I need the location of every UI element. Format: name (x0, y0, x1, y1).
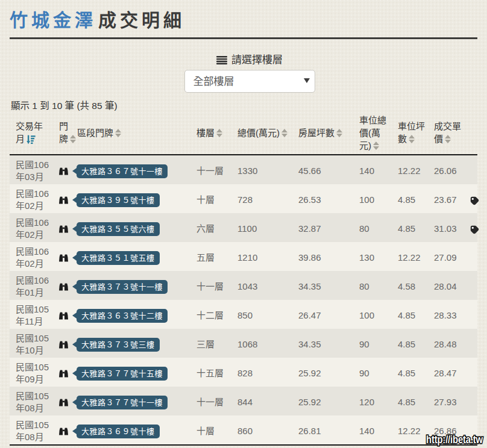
binoculars-icon[interactable] (59, 370, 68, 378)
cell-total-price: 860 (231, 415, 292, 446)
date-text: 民國106年03月 (16, 159, 50, 183)
column-header-parking-area[interactable]: 車位坪數 (392, 114, 428, 155)
badge-arrow (72, 370, 77, 376)
sort-icon (115, 129, 121, 137)
cell-parking-area: 12.22 (392, 242, 428, 271)
unit-price-text: 28.33 (434, 310, 457, 320)
cell-floor: 十一層 (190, 271, 231, 300)
cell-door (53, 329, 71, 358)
parking-price-text: 80 (359, 281, 369, 291)
column-header-address[interactable]: 區段門牌 (71, 114, 190, 155)
cell-house-area: 34.35 (292, 271, 353, 300)
address-badge-text: 大雅路３７７號十一樓 (81, 398, 163, 407)
binoculars-icon[interactable] (59, 283, 68, 291)
cell-unit-price: 26.06 (428, 155, 458, 184)
binoculars-icon[interactable] (59, 428, 68, 435)
cell-tag (458, 358, 477, 387)
cell-floor: 六層 (190, 213, 231, 242)
address-badge[interactable]: 大雅路３５５號六樓 (77, 222, 160, 236)
address-badge[interactable]: 大雅路３７３號十一樓 (77, 280, 168, 294)
address-badge[interactable]: 大雅路３９５號十樓 (77, 193, 160, 207)
total-price-text: 1210 (237, 252, 257, 263)
column-header-floor[interactable]: 樓層 (190, 114, 231, 155)
bars-icon (216, 56, 227, 64)
address-badge[interactable]: 大雅路３７３號三樓 (77, 338, 160, 352)
address-badge[interactable]: 大雅路３６３號十二樓 (77, 309, 168, 323)
house-area-text: 45.66 (298, 166, 321, 176)
watermark-text: http://ibeta.tw (426, 434, 483, 446)
cell-parking-area: 4.85 (392, 387, 428, 415)
cell-address: 大雅路３７７號十一樓 (71, 387, 190, 415)
cell-date: 民國105年09月 (10, 358, 53, 387)
tag-icon[interactable] (470, 196, 479, 205)
badge-arrow (72, 255, 77, 261)
binoculars-icon[interactable] (59, 225, 68, 233)
cell-tag (458, 387, 477, 415)
table-info: 顯示 1 到 10 筆 (共 85 筆) (10, 98, 477, 111)
cell-floor: 十一層 (190, 155, 231, 184)
binoculars-icon[interactable] (59, 341, 68, 349)
binoculars-icon[interactable] (59, 254, 68, 262)
column-header-date[interactable]: 交易年月 (10, 114, 53, 155)
table-header-row: 交易年月 門牌 區段門牌 樓層 總價(萬元) 房屋坪數 車位總價(萬元) 車位坪… (10, 114, 477, 155)
cell-unit-price: 27.93 (428, 387, 458, 415)
address-badge[interactable]: 大雅路３７７號十一樓 (77, 396, 168, 409)
cell-unit-price: 28.04 (428, 271, 458, 300)
cell-tag (458, 300, 477, 329)
binoculars-icon[interactable] (59, 399, 68, 406)
cell-floor: 十五層 (190, 358, 231, 387)
cell-date: 民國105年08月 (10, 387, 53, 415)
floor-select[interactable]: 全部樓層 (184, 70, 315, 93)
address-badge-text: 大雅路３７７號十五樓 (81, 369, 163, 378)
address-badge-text: 大雅路３５５號六樓 (81, 225, 155, 234)
badge-arrow (72, 226, 77, 232)
house-area-text: 25.92 (298, 397, 321, 407)
badge-arrow (72, 168, 77, 174)
column-header-house-area[interactable]: 房屋坪數 (292, 114, 353, 155)
parking-area-text: 12.22 (398, 166, 421, 176)
cell-door (53, 300, 71, 329)
cell-address: 大雅路３６９號十樓 (71, 415, 190, 446)
page-container: 竹城金澤成交明細 請選擇樓層 全部樓層 顯示 1 到 10 筆 (共 85 筆)… (0, 8, 487, 446)
cell-parking-price: 90 (353, 358, 392, 387)
cell-address: 大雅路３９５號十樓 (71, 184, 190, 213)
total-price-text: 1100 (237, 223, 257, 234)
date-text: 民國106年02月 (16, 188, 50, 212)
cell-door (53, 242, 71, 271)
cell-floor: 十層 (190, 415, 231, 446)
table-row: 民國105年08月 大雅路３７７號十一樓 十一層 844 25.92 120 4… (10, 387, 477, 415)
address-badge[interactable]: 大雅路３６７號十一樓 (77, 164, 168, 178)
cell-house-area: 25.92 (292, 387, 353, 415)
cell-parking-area: 4.85 (392, 213, 428, 242)
address-badge[interactable]: 大雅路３７７號十五樓 (77, 367, 168, 381)
total-price-text: 1068 (237, 339, 257, 349)
tag-icon[interactable] (470, 225, 479, 234)
address-badge[interactable]: 大雅路３６９號十樓 (77, 425, 160, 438)
column-header-unit-price[interactable]: 成交單價 (428, 114, 458, 155)
page-title: 竹城金澤成交明細 (10, 8, 477, 33)
parking-price-text: 80 (359, 223, 369, 234)
cell-parking-price: 120 (353, 387, 392, 415)
address-badge[interactable]: 大雅路３５１號五樓 (77, 251, 160, 265)
cell-parking-area: 4.85 (392, 300, 428, 329)
unit-price-text: 27.93 (434, 397, 457, 407)
badge-arrow (72, 197, 77, 203)
cell-date: 民國105年08月 (10, 415, 53, 446)
cell-total-price: 1068 (231, 329, 292, 358)
column-header-door[interactable]: 門牌 (53, 114, 71, 155)
cell-total-price: 850 (231, 300, 292, 329)
parking-area-text: 4.85 (398, 339, 415, 349)
binoculars-icon[interactable] (59, 196, 68, 204)
column-header-parking-price[interactable]: 車位總價(萬元) (353, 114, 392, 155)
date-text: 民國106年02月 (16, 246, 50, 270)
address-badge-text: 大雅路３７３號十一樓 (81, 282, 163, 291)
cell-unit-price: 27.09 (428, 242, 458, 271)
binoculars-icon[interactable] (59, 312, 68, 320)
table-row: 民國106年02月 大雅路３５１號五樓 五層 1210 39.86 130 12… (10, 242, 477, 271)
sort-icon (409, 135, 415, 143)
column-header-label: 房屋坪數 (298, 128, 335, 138)
cell-unit-price: 31.03 (428, 213, 458, 242)
column-header-total-price[interactable]: 總價(萬元) (231, 114, 292, 155)
binoculars-icon[interactable] (59, 167, 68, 175)
cell-floor: 十二層 (190, 300, 231, 329)
